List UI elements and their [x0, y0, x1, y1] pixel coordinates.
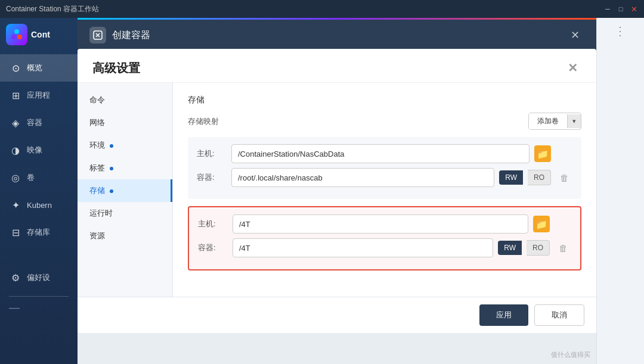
sidebar-label-volumes: 卷 [27, 172, 35, 183]
sidebar-label-preferences: 偏好设 [27, 272, 50, 283]
delete-mapping-1[interactable]: 🗑 [556, 169, 572, 186]
svg-point-2 [17, 35, 22, 39]
folder-icon-2: 📁 [535, 219, 547, 230]
sidebar-item-volumes[interactable]: ◎ 卷 [0, 164, 78, 191]
add-volume-button-group: 添加卷 ▾ [528, 113, 581, 130]
sidebar-label-images: 映像 [27, 145, 42, 155]
window-title: Container Station 容器工作站 [6, 4, 603, 14]
folder-icon-1: 📁 [537, 148, 549, 160]
host-input-1[interactable] [231, 144, 530, 163]
container-input-2[interactable] [233, 238, 493, 257]
images-icon: ◑ [9, 144, 22, 157]
sidebar-label-containers: 容器 [27, 117, 42, 128]
adv-dialog-close[interactable]: ✕ [564, 60, 581, 76]
volumes-icon: ◎ [9, 171, 22, 184]
container-mapping-row-1: 容器: RW RO 🗑 [197, 168, 572, 187]
containers-icon: ◈ [9, 116, 22, 129]
sidebar-item-overview[interactable]: ⊙ 概览 [0, 54, 78, 82]
container-mapping-row-2: 容器: RW RO 🗑 [198, 238, 571, 257]
dialog-header-close[interactable]: ✕ [566, 26, 584, 44]
dialog-header-title: 创建容器 [112, 29, 560, 42]
window-controls: ─ □ ✕ [603, 5, 638, 13]
adv-nav-command[interactable]: 命令 [78, 89, 172, 111]
add-volume-arrow-button[interactable]: ▾ [567, 114, 581, 128]
adv-dialog-title-bar: 高级设置 ✕ [78, 49, 596, 83]
adv-nav-storage[interactable]: 存储 [78, 179, 172, 202]
sidebar-item-containers[interactable]: ◈ 容器 [0, 109, 78, 136]
sidebar-item-preferences[interactable]: ⚙ 偏好设 [0, 264, 78, 291]
sidebar-item-kubernetes[interactable]: ✦ Kubern [0, 191, 78, 219]
app-container: Cont ⊙ 概览 ⊞ 应用程 ◈ 容器 ◑ 映像 ◎ 卷 [0, 18, 644, 364]
maximize-button[interactable]: □ [617, 5, 625, 13]
adv-dialog-footer: 应用 取消 [78, 297, 596, 333]
host-mapping-row-2: 主机: 📁 🗑 [198, 214, 571, 234]
cancel-button[interactable]: 取消 [534, 304, 584, 326]
adv-nav-runtime[interactable]: 运行时 [78, 202, 172, 225]
adv-nav-tags[interactable]: 标签 [78, 157, 172, 179]
sidebar-navigation: ⊙ 概览 ⊞ 应用程 ◈ 容器 ◑ 映像 ◎ 卷 ✦ Kubern [0, 54, 78, 364]
right-panel: ⋮ [596, 18, 644, 364]
sidebar-item-registry[interactable]: ⊟ 存储库 [0, 219, 78, 246]
ro-button-2[interactable]: RO [527, 240, 550, 256]
logo-icon [6, 24, 27, 45]
add-volume-main-button[interactable]: 添加卷 [529, 113, 567, 129]
registry-icon: ⊟ [9, 226, 22, 239]
title-bar: Container Station 容器工作站 ─ □ ✕ [0, 0, 644, 18]
adv-dialog-wrapper: 高级设置 ✕ 命令 网络 环境 [78, 49, 596, 364]
minimize-button[interactable]: ─ [603, 5, 612, 13]
sidebar-label-registry: 存储库 [27, 227, 50, 238]
svg-point-1 [11, 35, 16, 39]
close-button[interactable]: ✕ [630, 5, 638, 13]
adv-nav-env[interactable]: 环境 [78, 134, 172, 157]
sidebar-label-kubernetes: Kubern [27, 201, 52, 210]
adv-dialog-title: 高级设置 [92, 60, 140, 76]
sidebar: Cont ⊙ 概览 ⊞ 应用程 ◈ 容器 ◑ 映像 ◎ 卷 [0, 18, 78, 364]
storage-dot [110, 189, 113, 193]
host-label-1: 主机: [197, 148, 227, 159]
adv-dialog-inner: 命令 网络 环境 标签 [78, 83, 596, 297]
sidebar-label-overview: 概览 [27, 63, 42, 73]
apply-button[interactable]: 应用 [479, 304, 528, 326]
sidebar-item-images[interactable]: ◑ 映像 [0, 136, 78, 164]
delete-mapping-2[interactable]: 🗑 [555, 239, 571, 256]
host-mapping-row-1: 主机: 📁 🗑 [197, 144, 572, 163]
container-label-2: 容器: [198, 242, 228, 253]
storage-mapping-label: 存储映射 [188, 116, 219, 127]
svg-point-0 [14, 29, 19, 34]
advanced-dialog: 高级设置 ✕ 命令 网络 环境 [78, 49, 596, 333]
mapping-block-1: 主机: 📁 🗑 容器: RW RO [188, 137, 581, 199]
rw-button-2[interactable]: RW [498, 241, 522, 255]
logo-text: Cont [31, 30, 50, 39]
adv-content-area: 存储 存储映射 添加卷 ▾ 主机: [173, 83, 596, 297]
container-label-1: 容器: [197, 172, 227, 183]
tags-dot [110, 167, 113, 170]
host-input-2[interactable] [233, 214, 528, 234]
main-content: 创建容器 ✕ 高级设置 ✕ 命令 网络 [78, 18, 596, 364]
storage-mapping-row: 存储映射 添加卷 ▾ [188, 113, 581, 130]
adv-left-nav: 命令 网络 环境 标签 [78, 83, 173, 297]
host-label-2: 主机: [198, 219, 228, 229]
container-input-1[interactable] [231, 168, 494, 187]
dialog-header-icon [89, 27, 106, 43]
rw-button-1[interactable]: RW [499, 170, 523, 185]
watermark: 值什么值得买 [551, 350, 590, 359]
mapping-block-2: 主机: 📁 🗑 容器: RW RO [188, 206, 581, 270]
adv-nav-network[interactable]: 网络 [78, 111, 172, 134]
apps-icon: ⊞ [9, 89, 22, 102]
folder-button-2[interactable]: 📁 [533, 216, 550, 232]
dialog-header-bar: 创建容器 ✕ [78, 20, 596, 51]
storage-section-title: 存储 [188, 95, 581, 105]
overview-icon: ⊙ [9, 61, 22, 74]
kubernetes-icon: ✦ [9, 198, 22, 211]
env-dot [110, 144, 113, 148]
adv-nav-resources[interactable]: 资源 [78, 225, 172, 247]
sidebar-logo: Cont [0, 24, 78, 54]
sidebar-label-apps: 应用程 [27, 90, 50, 101]
more-options-icon[interactable]: ⋮ [614, 24, 627, 38]
collapse-icon: — [9, 301, 20, 313]
sidebar-item-apps[interactable]: ⊞ 应用程 [0, 82, 78, 109]
ro-button-1[interactable]: RO [528, 170, 551, 185]
folder-button-1[interactable]: 📁 [534, 145, 551, 162]
preferences-icon: ⚙ [9, 271, 22, 284]
